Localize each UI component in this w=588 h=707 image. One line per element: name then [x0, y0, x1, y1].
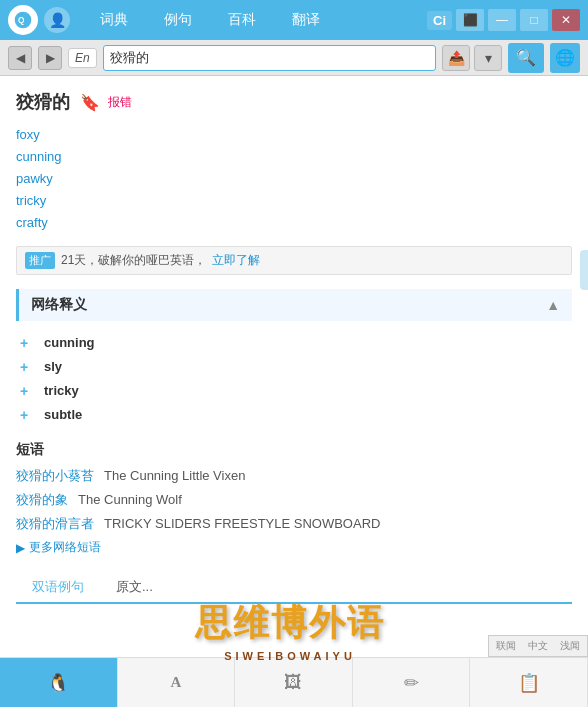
- text-tab-icon: A: [170, 674, 181, 691]
- address-bar: ◀ ▶ En 📤 ▾ 🔍 🌐: [0, 40, 588, 76]
- network-section-header[interactable]: 网络释义 ▲: [16, 289, 572, 321]
- net-plus-3: +: [20, 403, 36, 427]
- phrases-title: 短语: [16, 441, 572, 459]
- net-word-3[interactable]: subtle: [44, 403, 82, 427]
- phrase-cn-1[interactable]: 狡猾的象: [16, 491, 68, 509]
- tab-clipboard[interactable]: 📋: [470, 658, 588, 707]
- tab-text[interactable]: A: [118, 658, 236, 707]
- promo-link[interactable]: 立即了解: [212, 252, 260, 269]
- image-tab-icon: 🖼: [284, 672, 302, 693]
- more-icon: ▶: [16, 541, 25, 555]
- phrase-cn-2[interactable]: 狡猾的滑言者: [16, 515, 94, 533]
- social-item-0[interactable]: 联闻: [493, 638, 519, 654]
- nav-examples[interactable]: 例句: [146, 5, 210, 35]
- edit-tab-icon: ✏: [404, 672, 419, 694]
- net-plus-0: +: [20, 331, 36, 355]
- phrase-cn-0[interactable]: 狡猾的小葵苔: [16, 467, 94, 485]
- net-item-1: + sly: [20, 355, 572, 379]
- section-collapse-icon: ▲: [546, 297, 560, 313]
- nav-dict[interactable]: 词典: [82, 5, 146, 35]
- net-word-1[interactable]: sly: [44, 355, 62, 379]
- word-title: 狡猾的: [16, 90, 70, 114]
- social-item-2[interactable]: 浅闻: [557, 638, 583, 654]
- back-button[interactable]: ◀: [8, 46, 32, 70]
- translation-item-0[interactable]: foxy: [16, 124, 572, 146]
- net-item-3: + subtle: [20, 403, 572, 427]
- network-section-title: 网络释义: [31, 296, 546, 314]
- phrase-en-0: The Cunning Little Vixen: [104, 468, 245, 483]
- right-panel-handle[interactable]: [580, 250, 588, 290]
- nav-wiki[interactable]: 百科: [210, 5, 274, 35]
- net-word-0[interactable]: cunning: [44, 331, 95, 355]
- mini-btn[interactable]: ⬛: [456, 9, 484, 31]
- promo-bar: 推广 21天，破解你的哑巴英语， 立即了解: [16, 246, 572, 275]
- phrase-row-1: 狡猾的象 The Cunning Wolf: [16, 491, 572, 509]
- promo-text: 21天，破解你的哑巴英语，: [61, 252, 206, 269]
- clipboard-tab-icon: 📋: [518, 672, 540, 694]
- app-logo: Q: [8, 5, 38, 35]
- search-button[interactable]: 🔍: [508, 43, 544, 73]
- share-button[interactable]: 📤: [442, 45, 470, 71]
- net-item-0: + cunning: [20, 331, 572, 355]
- main-nav: 词典 例句 百科 翻译: [82, 5, 427, 35]
- example-tabs: 双语例句 原文...: [16, 572, 572, 604]
- social-item-1[interactable]: 中文: [525, 638, 551, 654]
- net-plus-1: +: [20, 355, 36, 379]
- nav-translate[interactable]: 翻译: [274, 5, 338, 35]
- tab-home[interactable]: 🐧: [0, 658, 118, 707]
- tab-original[interactable]: 原文...: [100, 572, 169, 604]
- phrase-row-2: 狡猾的滑言者 TRICKY SLIDERS FREESTYLE SNOWBOAR…: [16, 515, 572, 533]
- tab-edit[interactable]: ✏: [353, 658, 471, 707]
- user-icon[interactable]: 👤: [44, 7, 70, 33]
- address-right-buttons: 📤 ▾: [442, 45, 502, 71]
- word-header: 狡猾的 🔖 报错: [16, 90, 572, 114]
- translation-item-3[interactable]: tricky: [16, 190, 572, 212]
- more-label: 更多网络短语: [29, 539, 101, 556]
- user-icon-glyph: 👤: [49, 12, 66, 28]
- minimize-btn[interactable]: —: [488, 9, 516, 31]
- home-tab-icon: 🐧: [47, 672, 69, 694]
- add-word-button[interactable]: 🔖: [80, 93, 100, 112]
- phrases-section: 短语 狡猾的小葵苔 The Cunning Little Vixen 狡猾的象 …: [16, 441, 572, 556]
- language-badge: En: [68, 48, 97, 68]
- more-phrases-link[interactable]: ▶ 更多网络短语: [16, 539, 572, 556]
- bottom-tabs: 🐧 A 🖼 ✏ 📋: [0, 657, 588, 707]
- word-actions: 🔖 报错: [80, 93, 132, 112]
- search-input[interactable]: [103, 45, 436, 71]
- net-item-2: + tricky: [20, 379, 572, 403]
- phrase-row-0: 狡猾的小葵苔 The Cunning Little Vixen: [16, 467, 572, 485]
- svg-text:Q: Q: [18, 15, 25, 25]
- promo-tag: 推广: [25, 252, 55, 269]
- translation-list: foxy cunning pawky tricky crafty: [16, 124, 572, 234]
- tab-bilingual[interactable]: 双语例句: [16, 572, 100, 604]
- net-word-2[interactable]: tricky: [44, 379, 79, 403]
- network-meanings: + cunning + sly + tricky + subtle: [16, 331, 572, 427]
- forward-button[interactable]: ▶: [38, 46, 62, 70]
- title-bar: Q 👤 词典 例句 百科 翻译 Ci ⬛ — □ ✕: [0, 0, 588, 40]
- close-btn[interactable]: ✕: [552, 9, 580, 31]
- net-plus-2: +: [20, 379, 36, 403]
- ci-badge: Ci: [427, 11, 452, 30]
- translation-item-2[interactable]: pawky: [16, 168, 572, 190]
- main-content: 狡猾的 🔖 报错 foxy cunning pawky tricky craft…: [0, 76, 588, 657]
- translation-item-4[interactable]: crafty: [16, 212, 572, 234]
- social-bar: 联闻 中文 浅闻: [488, 635, 588, 657]
- phrase-en-2: TRICKY SLIDERS FREESTYLE SNOWBOARD: [104, 516, 380, 531]
- maximize-btn[interactable]: □: [520, 9, 548, 31]
- dropdown-button[interactable]: ▾: [474, 45, 502, 71]
- globe-button[interactable]: 🌐: [550, 43, 580, 73]
- window-controls: Ci ⬛ — □ ✕: [427, 9, 580, 31]
- phrase-en-1: The Cunning Wolf: [78, 492, 182, 507]
- tab-image[interactable]: 🖼: [235, 658, 353, 707]
- report-error-button[interactable]: 报错: [108, 94, 132, 111]
- translation-item-1[interactable]: cunning: [16, 146, 572, 168]
